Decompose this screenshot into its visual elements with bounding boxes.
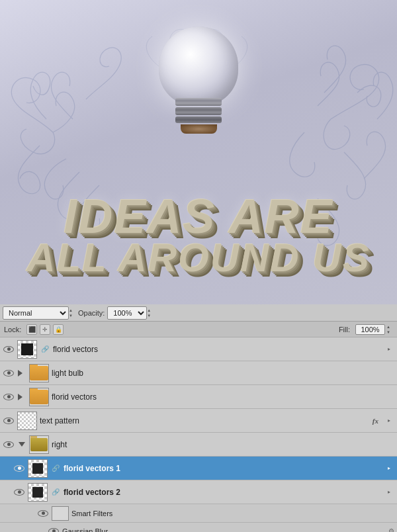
ideas-line1: IDEAS ARE	[7, 195, 390, 238]
visibility-eye-lightbulb[interactable]	[3, 367, 15, 379]
canvas-area: IDEAS ARE ALL AROUND US	[0, 0, 397, 304]
layer-thumb-smart-filters	[52, 506, 69, 521]
layer-options-florid-1[interactable]: ▸	[384, 461, 394, 476]
visibility-eye-smart-filters[interactable]	[37, 508, 49, 519]
layer-name-right: right	[52, 440, 394, 449]
gaussian-blur-row: Gaussian Blur ⚙	[0, 523, 397, 532]
visibility-eye-gaussian[interactable]	[48, 525, 60, 533]
blend-mode-stepper[interactable]: ▲▼	[69, 308, 75, 318]
bulb-base-ring-3	[175, 116, 222, 123]
fill-label: Fill:	[339, 326, 350, 333]
fx-badge-text-pattern: fx	[373, 417, 378, 425]
layers-list: 🔗 florid vectors ▸ light bulb	[0, 337, 397, 532]
layer-thumb-lightbulb	[29, 364, 49, 382]
layer-thumb-text-pattern	[17, 412, 37, 430]
layer-florid-vectors-2[interactable]: 🔗 florid vectors 2 ▸	[0, 480, 397, 504]
smart-filters-row: Smart Filters	[0, 504, 397, 523]
gaussian-blur-label: Gaussian Blur	[62, 527, 386, 533]
lock-all-button[interactable]: 🔒	[53, 324, 64, 335]
layer-thumb-right	[29, 435, 49, 454]
layer-name-lightbulb: light bulb	[52, 369, 394, 378]
lightbulb	[152, 20, 245, 152]
layer-link-florid-2: 🔗	[50, 487, 61, 498]
layer-name-florid-1: florid vectors 1	[64, 464, 381, 473]
opacity-stepper[interactable]: ▲▼	[147, 308, 154, 318]
layer-options-text-pattern[interactable]: ▸	[384, 413, 394, 429]
lock-label: Lock:	[4, 326, 21, 333]
layer-link-florid-1: 🔗	[50, 463, 61, 474]
visibility-eye-text-pattern[interactable]	[3, 415, 15, 427]
visibility-eye-florid-2[interactable]	[13, 486, 25, 498]
layer-options-florid-top[interactable]: ▸	[384, 341, 394, 357]
bulb-base	[175, 98, 222, 134]
layer-florid-vectors-top[interactable]: 🔗 florid vectors ▸	[0, 337, 397, 361]
fill-stepper[interactable]: ▲▼	[386, 324, 393, 335]
ideas-line2: ALL AROUND US	[7, 238, 390, 278]
blend-opacity-toolbar: Normal ▲▼ Opacity: 100% ▲▼	[0, 304, 397, 322]
opacity-label: Opacity:	[78, 309, 105, 317]
layer-expand-right[interactable]	[17, 440, 26, 449]
layer-name-florid-mid: florid vectors	[52, 392, 394, 402]
bulb-base-ring-1	[175, 98, 222, 106]
layer-thumb-florid-2	[28, 483, 48, 502]
fill-value: 100%	[355, 324, 385, 335]
bulb-glass	[159, 26, 238, 106]
layer-florid-vectors-1[interactable]: 🔗 florid vectors 1 ▸	[0, 457, 397, 480]
blend-mode-select[interactable]: Normal	[3, 306, 69, 320]
layer-options-florid-2[interactable]: ▸	[384, 484, 394, 500]
smart-filters-label: Smart Filters	[71, 510, 394, 517]
layer-thumb-florid-mid	[29, 388, 49, 406]
layer-thumb-florid-top	[17, 340, 37, 359]
lock-pixels-button[interactable]: ⬛	[26, 324, 37, 335]
layer-right-folder[interactable]: right	[0, 433, 397, 457]
bulb-base-ring-2	[175, 107, 222, 115]
layer-light-bulb[interactable]: light bulb	[0, 361, 397, 385]
layer-expand-florid-mid[interactable]	[17, 392, 26, 402]
bulb-base-bottom	[181, 124, 217, 134]
layers-panel: Normal ▲▼ Opacity: 100% ▲▼ Lock: ⬛ ✛ 🔒 F…	[0, 304, 397, 532]
layer-thumb-florid-1	[28, 459, 48, 478]
lock-position-button[interactable]: ✛	[40, 324, 50, 335]
layer-name-text-pattern: text pattern	[40, 416, 370, 425]
visibility-eye-florid-mid[interactable]	[3, 391, 15, 403]
visibility-eye-florid-1[interactable]	[13, 463, 25, 474]
layer-name-florid-2: florid vectors 2	[64, 488, 381, 497]
gaussian-options-btn[interactable]: ⚙	[388, 527, 394, 532]
layer-expand-lightbulb[interactable]	[17, 369, 26, 378]
opacity-select[interactable]: 100%	[107, 306, 147, 320]
layer-text-pattern[interactable]: text pattern fx ▸	[0, 409, 397, 433]
lock-fill-row: Lock: ⬛ ✛ 🔒 Fill: 100% ▲▼	[0, 322, 397, 337]
ideas-text: IDEAS ARE ALL AROUND US	[7, 195, 390, 278]
layer-name-florid-top: florid vectors	[53, 345, 381, 354]
visibility-eye-right[interactable]	[3, 439, 15, 451]
layer-link-florid-top: 🔗	[40, 344, 50, 355]
visibility-eye-florid-top[interactable]	[3, 343, 15, 355]
layer-florid-vectors-mid[interactable]: florid vectors	[0, 385, 397, 409]
